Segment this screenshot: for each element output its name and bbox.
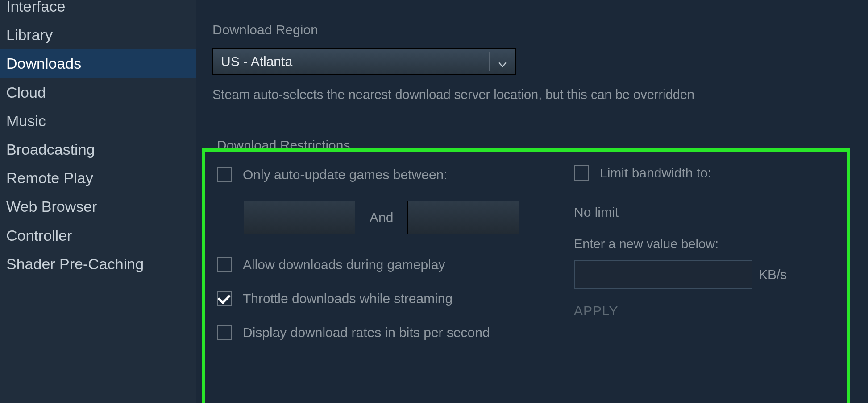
bandwidth-value-input[interactable]: [574, 260, 752, 289]
sidebar-item-web-browser[interactable]: Web Browser: [0, 192, 196, 221]
sidebar-item-cloud[interactable]: Cloud: [0, 78, 196, 107]
dropdown-separator: [489, 52, 490, 71]
enter-new-value-label: Enter a new value below:: [574, 237, 852, 251]
limit-bandwidth-label: Limit bandwidth to:: [600, 165, 711, 181]
sidebar-item-interface[interactable]: Interface: [0, 0, 196, 21]
sidebar-item-broadcasting[interactable]: Broadcasting: [0, 135, 196, 164]
download-restrictions-title: Download Restrictions: [217, 138, 574, 153]
throttle-streaming-label: Throttle downloads while streaming: [243, 291, 453, 306]
and-label: And: [370, 210, 393, 225]
display-bits-checkbox[interactable]: [217, 325, 232, 340]
throttle-streaming-checkbox[interactable]: [217, 291, 232, 306]
auto-update-between-label: Only auto-update games between:: [243, 167, 448, 182]
chevron-down-icon: [498, 55, 507, 70]
bandwidth-unit: KB/s: [759, 267, 787, 282]
download-region-helper: Steam auto-selects the nearest download …: [212, 87, 852, 102]
sidebar-item-controller[interactable]: Controller: [0, 221, 196, 250]
settings-downloads-panel: Download Region US - Atlanta Steam auto-…: [196, 0, 868, 403]
sidebar-item-remote-play[interactable]: Remote Play: [0, 164, 196, 192]
sidebar-item-music[interactable]: Music: [0, 107, 196, 135]
auto-update-between-checkbox[interactable]: [217, 167, 232, 182]
sidebar-item-library[interactable]: Library: [0, 21, 196, 49]
limit-bandwidth-checkbox[interactable]: [574, 165, 589, 181]
settings-sidebar: Interface Library Downloads Cloud Music …: [0, 0, 196, 403]
download-region-title: Download Region: [212, 22, 852, 37]
auto-update-start-time[interactable]: [244, 201, 355, 234]
display-bits-label: Display download rates in bits per secon…: [243, 325, 490, 340]
allow-downloads-gameplay-label: Allow downloads during gameplay: [243, 257, 445, 272]
apply-button[interactable]: APPLY: [574, 303, 852, 318]
sidebar-item-shader-pre-caching[interactable]: Shader Pre-Caching: [0, 250, 196, 278]
download-region-selected: US - Atlanta: [221, 54, 292, 69]
no-limit-text: No limit: [574, 205, 852, 220]
auto-update-end-time[interactable]: [407, 201, 519, 234]
allow-downloads-gameplay-checkbox[interactable]: [217, 257, 232, 272]
sidebar-item-downloads[interactable]: Downloads: [0, 49, 196, 78]
divider: [212, 4, 852, 4]
download-region-dropdown[interactable]: US - Atlanta: [212, 48, 516, 75]
